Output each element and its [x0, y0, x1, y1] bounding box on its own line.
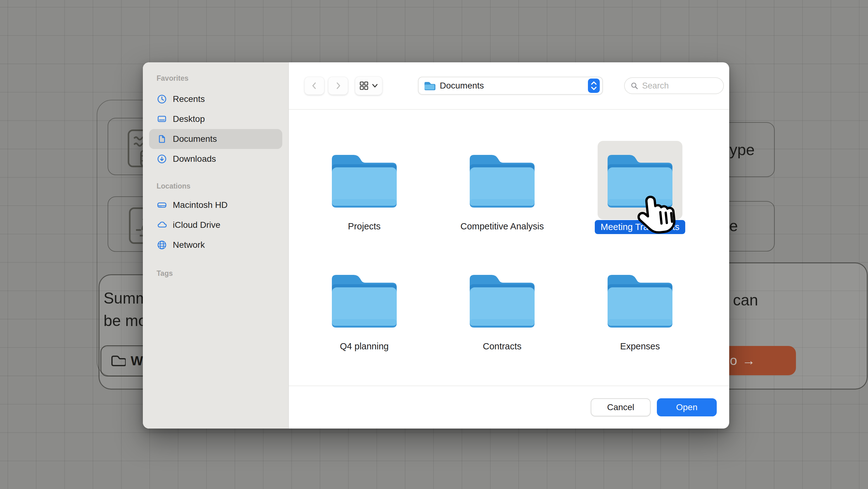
download-icon: [157, 154, 167, 164]
sidebar-item-label: Recents: [173, 94, 205, 104]
sidebar-item-label: Documents: [173, 134, 217, 144]
sidebar-section-tags: Tags: [157, 269, 288, 278]
document-icon: [157, 134, 167, 144]
background-can-text: can: [733, 291, 758, 309]
folder-icon: [328, 270, 400, 331]
sidebar-item-icloud-drive[interactable]: iCloud Drive: [149, 215, 282, 235]
dialog-toolbar: Documents: [289, 62, 729, 109]
location-dropdown[interactable]: Documents: [418, 77, 603, 95]
background-summary-text-line2: be mo: [103, 312, 147, 330]
background-go-button-text: o: [730, 353, 737, 368]
sidebar-item-downloads[interactable]: Downloads: [149, 149, 282, 169]
file-open-dialog: Favorites Recents Desktop Documents: [143, 62, 729, 428]
back-button[interactable]: [304, 77, 324, 95]
finder-sidebar: Favorites Recents Desktop Documents: [143, 62, 289, 428]
desktop-icon: [157, 114, 167, 124]
folder-contracts[interactable]: Contracts: [452, 261, 552, 352]
folder-label: Expenses: [590, 341, 690, 352]
sidebar-item-network[interactable]: Network: [149, 235, 282, 255]
chevron-up-icon: [590, 81, 597, 86]
search-icon: [630, 81, 639, 90]
cancel-button[interactable]: Cancel: [591, 398, 651, 416]
sidebar-item-label: Desktop: [173, 114, 205, 124]
sidebar-item-documents[interactable]: Documents: [149, 129, 282, 149]
open-button[interactable]: Open: [657, 398, 717, 416]
folder-grid: Projects Competitive Analysis: [289, 110, 729, 386]
forward-button[interactable]: [328, 77, 348, 95]
chevron-right-icon: [334, 82, 342, 90]
folder-outline-icon: [111, 355, 126, 367]
folder-icon-wrap: [322, 261, 407, 339]
hard-drive-icon: [157, 200, 167, 210]
folder-expenses[interactable]: Expenses: [590, 261, 690, 352]
sidebar-item-label: Macintosh HD: [173, 200, 228, 210]
folder-icon: [466, 270, 538, 331]
folder-small-icon: [424, 81, 435, 91]
dropdown-stepper[interactable]: [588, 78, 600, 93]
folder-q4-planning[interactable]: Q4 planning: [314, 261, 414, 352]
sidebar-section-favorites: Favorites: [157, 73, 288, 83]
sidebar-item-label: iCloud Drive: [173, 220, 220, 230]
folder-label: Projects: [314, 221, 414, 232]
cloud-icon: [157, 220, 167, 230]
search-field[interactable]: [624, 77, 724, 94]
sidebar-item-macintosh-hd[interactable]: Macintosh HD: [149, 195, 282, 215]
clock-icon: [157, 94, 167, 104]
folder-icon-wrap: [460, 261, 545, 339]
grid-view-icon: [359, 81, 369, 90]
folder-icon-wrap: [460, 141, 545, 220]
folder-icon-wrap: [597, 261, 682, 339]
sidebar-item-label: Network: [173, 240, 205, 250]
pointer-hand-cursor: [633, 192, 682, 243]
sidebar-section-locations: Locations: [157, 182, 288, 191]
chevron-left-icon: [310, 82, 318, 90]
folder-icon: [604, 270, 676, 331]
folder-projects[interactable]: Projects: [314, 141, 414, 232]
folder-icon: [328, 150, 400, 211]
folder-label: Contracts: [452, 341, 552, 352]
chevron-down-icon: [590, 86, 597, 91]
search-input[interactable]: [642, 81, 718, 91]
folder-label: Q4 planning: [314, 341, 414, 352]
location-dropdown-label: Documents: [440, 81, 484, 91]
background-e-text: e: [729, 217, 738, 235]
dialog-right-pane: Documents: [289, 62, 729, 428]
sidebar-item-desktop[interactable]: Desktop: [149, 109, 282, 129]
dialog-footer: Cancel Open: [289, 386, 729, 428]
globe-icon: [157, 240, 167, 250]
background-summary-text-line1: Summ: [103, 289, 149, 307]
folder-icon: [466, 150, 538, 211]
folder-icon-wrap: [322, 141, 407, 220]
sidebar-item-recents[interactable]: Recents: [149, 89, 282, 109]
arrow-right-icon: →: [742, 353, 755, 368]
sidebar-item-label: Downloads: [173, 154, 216, 164]
chevron-down-icon: [372, 84, 378, 88]
background-type-text: ype: [730, 141, 755, 159]
folder-label: Competitive Analysis: [452, 221, 552, 232]
view-mode-button[interactable]: [355, 76, 382, 95]
folder-competitive-analysis[interactable]: Competitive Analysis: [452, 141, 552, 232]
